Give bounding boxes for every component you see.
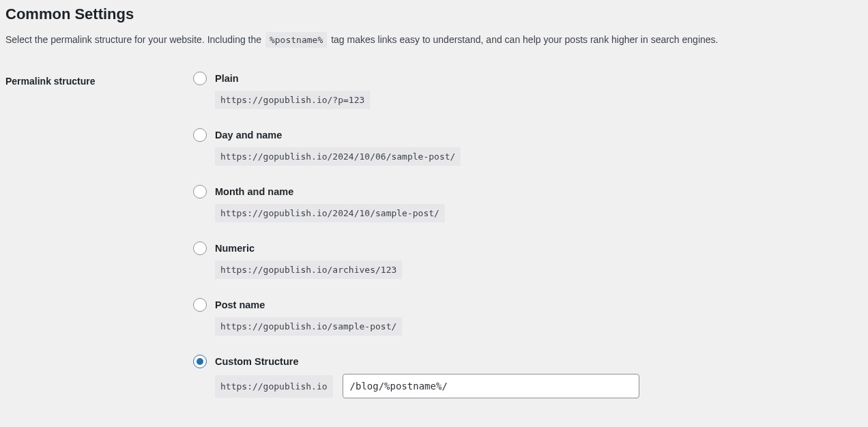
radio-label-numeric[interactable]: Numeric	[215, 243, 255, 254]
option-plain: Plain https://gopublish.io/?p=123	[193, 72, 863, 109]
radio-label-plain[interactable]: Plain	[215, 73, 239, 84]
permalink-structure-label: Permalink structure	[5, 76, 96, 87]
radio-label-month-name[interactable]: Month and name	[215, 186, 293, 197]
example-plain: https://gopublish.io/?p=123	[215, 91, 370, 109]
section-title: Common Settings	[5, 5, 863, 23]
radio-post-name[interactable]	[193, 298, 207, 312]
option-month-name: Month and name https://gopublish.io/2024…	[193, 185, 863, 222]
option-post-name: Post name https://gopublish.io/sample-po…	[193, 298, 863, 336]
form-content-cell: Plain https://gopublish.io/?p=123 Day an…	[193, 72, 863, 398]
radio-custom[interactable]	[193, 355, 207, 368]
radio-label-post-name[interactable]: Post name	[215, 299, 265, 310]
permalink-row: Permalink structure Plain https://gopubl…	[5, 72, 863, 398]
option-custom: Custom Structure https://gopublish.io	[193, 355, 863, 398]
radio-plain[interactable]	[193, 72, 207, 85]
description-post: tag makes links easy to understand, and …	[328, 34, 718, 45]
example-month-name: https://gopublish.io/2024/10/sample-post…	[215, 204, 445, 222]
description-pre: Select the permalink structure for your …	[5, 34, 264, 45]
example-day-name: https://gopublish.io/2024/10/06/sample-p…	[215, 147, 461, 166]
section-description: Select the permalink structure for your …	[5, 33, 863, 47]
radio-numeric[interactable]	[193, 241, 207, 255]
option-numeric: Numeric https://gopublish.io/archives/12…	[193, 241, 863, 279]
custom-structure-input[interactable]	[343, 374, 639, 398]
radio-day-name[interactable]	[193, 128, 207, 142]
postname-tag: %postname%	[265, 32, 327, 48]
radio-month-name[interactable]	[193, 185, 207, 198]
form-label-cell: Permalink structure	[5, 72, 193, 398]
example-numeric: https://gopublish.io/archives/123	[215, 261, 402, 279]
custom-prefix: https://gopublish.io	[215, 375, 333, 398]
option-day-name: Day and name https://gopublish.io/2024/1…	[193, 128, 863, 166]
form-table: Permalink structure Plain https://gopubl…	[5, 72, 863, 398]
example-post-name: https://gopublish.io/sample-post/	[215, 317, 402, 336]
radio-label-day-name[interactable]: Day and name	[215, 130, 282, 141]
radio-label-custom[interactable]: Custom Structure	[215, 356, 298, 367]
